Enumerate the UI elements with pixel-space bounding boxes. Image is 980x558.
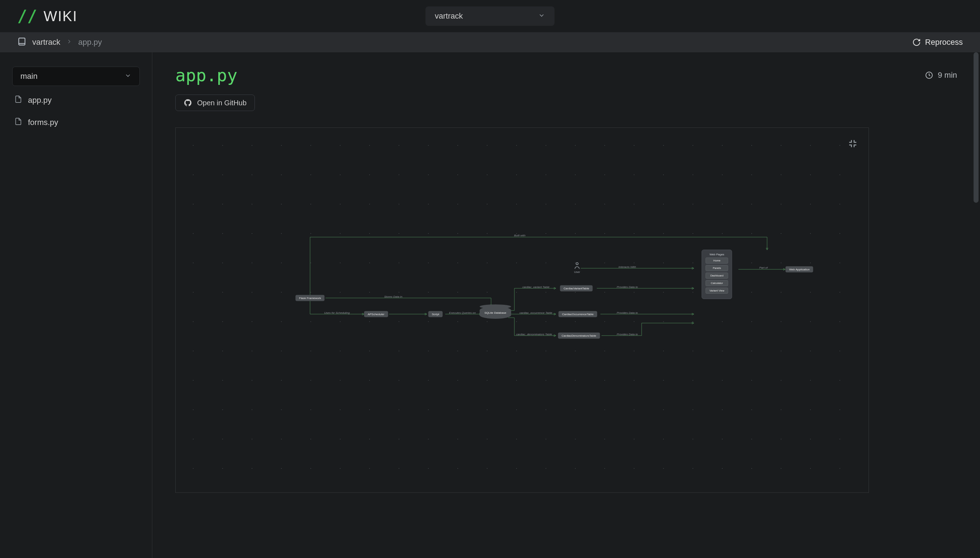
fullscreen-toggle-button[interactable] [845, 136, 861, 151]
branch-select[interactable]: main [12, 67, 140, 86]
group-item-home[interactable]: Home [705, 258, 728, 264]
repo-icon [17, 37, 26, 48]
node-script[interactable]: Script [428, 311, 443, 317]
group-item-variant-view[interactable]: Variant View [705, 287, 728, 294]
file-label: app.py [28, 96, 52, 105]
edge-label-cv-table: cardiac_variant Table [522, 286, 550, 289]
edge-label-cd-table: cardiac_denominators Table [516, 333, 552, 336]
read-time: 9 min [925, 71, 957, 80]
edge-label-provides-data-3: Provides Data to [616, 333, 638, 336]
sidebar-file-forms[interactable]: forms.py [12, 115, 140, 130]
sidebar-file-app[interactable]: app.py [12, 92, 140, 108]
project-selected-value: vartrack [435, 11, 463, 21]
edge-label-built-with: Built with [514, 234, 525, 237]
read-time-value: 9 min [938, 71, 957, 80]
node-flask[interactable]: Flask Framework [295, 295, 324, 301]
file-label: forms.py [28, 118, 58, 127]
svg-rect-0 [19, 38, 25, 45]
edge-label-provides-data-1: Provides Data to [616, 286, 638, 289]
edge-label-part-of: Part of [759, 266, 768, 269]
actor-user[interactable]: User [574, 262, 580, 274]
node-cardiac-variant-table[interactable]: CardiacVariantTable [560, 286, 593, 292]
diagram-canvas[interactable]: Flask Framework APScheduler Script SQLit… [175, 128, 869, 493]
clock-icon [925, 71, 934, 79]
project-select[interactable]: vartrack [425, 7, 555, 26]
edge-label-uses-sched: Uses for Scheduling [324, 311, 350, 315]
main-content: app.py 9 min Open in GitHub [152, 52, 980, 558]
chevron-down-icon [538, 12, 545, 20]
edge-label-exec-queries: Executes Queries on [449, 311, 476, 315]
node-cardiac-occurrence-table[interactable]: CardiacOccurrenceTable [558, 311, 597, 317]
branch-selected: main [20, 72, 38, 81]
diagram-edges [176, 128, 868, 492]
user-icon [574, 262, 580, 270]
actor-user-label: User [574, 271, 580, 274]
group-item-panels[interactable]: Panels [705, 265, 728, 271]
scrollbar-vertical[interactable] [972, 52, 980, 558]
file-icon [14, 95, 22, 105]
sidebar: main app.py forms.py [0, 52, 152, 558]
node-web-application[interactable]: Web Application [786, 266, 813, 272]
github-icon [183, 98, 192, 107]
minimize-icon [847, 138, 858, 149]
brand-name: WIKI [43, 8, 77, 25]
file-icon [14, 118, 22, 128]
group-web-pages[interactable]: Web Pages Home Panels Dashboard Calculat… [702, 249, 732, 299]
open-github-label: Open in GitHub [197, 99, 247, 107]
breadcrumb-bar: vartrack app.py Reprocess [0, 32, 980, 52]
node-cardiac-denominators-table[interactable]: CardiacDenominatorsTable [558, 333, 600, 339]
reprocess-label: Reprocess [925, 38, 963, 47]
chevron-down-icon [124, 72, 132, 80]
breadcrumb-file: app.py [78, 38, 102, 47]
scrollbar-thumb[interactable] [973, 52, 978, 203]
chevron-right-icon [66, 38, 72, 46]
edge-label-provides-data-2: Provides Data to [616, 311, 638, 315]
page-title: app.py [175, 65, 237, 85]
open-in-github-button[interactable]: Open in GitHub [175, 95, 255, 111]
node-apscheduler[interactable]: APScheduler [364, 311, 388, 317]
group-item-dashboard[interactable]: Dashboard [705, 272, 728, 279]
logo[interactable]: // WIKI [17, 7, 77, 26]
app-header: // WIKI vartrack [0, 0, 980, 32]
edge-label-interacts: Interacts With [619, 265, 636, 269]
group-item-calculator[interactable]: Calculator [705, 280, 728, 286]
reprocess-button[interactable]: Reprocess [912, 38, 963, 47]
breadcrumb-repo[interactable]: vartrack [32, 38, 60, 47]
logo-icon: // [17, 7, 37, 26]
node-sqlite-label: SQLite Database [484, 311, 506, 315]
node-sqlite[interactable]: SQLite Database [479, 307, 511, 319]
group-title: Web Pages [705, 253, 728, 256]
edge-label-stores-data: Stores Data in [384, 295, 402, 298]
svg-point-2 [576, 263, 578, 265]
edge-label-co-table: cardiac_occurrence Table [519, 311, 552, 315]
